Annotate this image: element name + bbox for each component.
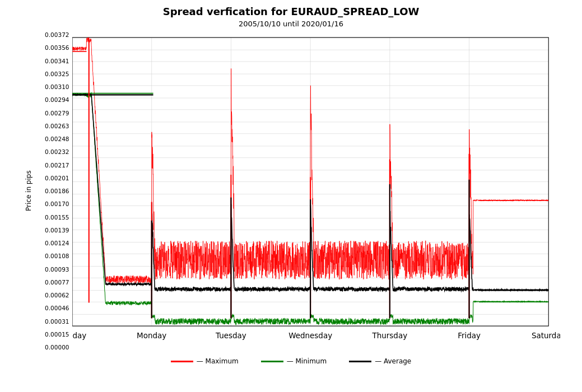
legend-label: — Average <box>375 357 411 365</box>
y-tick-label: 0.00062 <box>45 292 69 298</box>
legend-label: — Minimum <box>287 357 327 365</box>
y-tick-label: 0.00341 <box>45 58 69 64</box>
y-tick-label: 0.00263 <box>45 123 69 129</box>
legend-line <box>171 361 193 362</box>
chart-title: Spread verfication for EURAUD_SPREAD_LOW <box>163 6 420 17</box>
y-tick-label: 0.00232 <box>45 148 69 155</box>
y-tick-label: 0.00248 <box>45 136 69 142</box>
legend-line <box>349 361 371 362</box>
svg-text:Tuesday: Tuesday <box>215 331 246 340</box>
legend-item: — Maximum <box>171 357 239 365</box>
svg-text:Sunday: Sunday <box>72 331 86 340</box>
y-tick-label: 0.00279 <box>45 110 69 116</box>
y-tick-label: 0.00170 <box>45 200 69 207</box>
y-tick-label: 0.00000 <box>45 344 69 351</box>
chart-legend: — Maximum— Minimum— Average <box>171 357 411 365</box>
legend-line <box>261 361 283 362</box>
legend-label: — Maximum <box>197 357 239 365</box>
svg-text:Monday: Monday <box>137 331 166 340</box>
y-tick-label: 0.00155 <box>45 214 69 221</box>
chart-container: Spread verfication for EURAUD_SPREAD_LOW… <box>0 0 582 392</box>
y-axis-label: Price in pips <box>22 31 35 351</box>
y-tick-label: 0.00217 <box>45 162 69 169</box>
legend-item: — Minimum <box>261 357 327 365</box>
y-tick-label: 0.00108 <box>45 253 69 259</box>
svg-text:Saturday: Saturday <box>531 331 560 340</box>
legend-item: — Average <box>349 357 411 365</box>
chart-subtitle: 2005/10/10 until 2020/01/16 <box>239 20 343 28</box>
y-tick-label: 0.00294 <box>45 96 69 103</box>
y-tick-label: 0.00372 <box>45 31 69 38</box>
y-tick-label: 0.00186 <box>45 188 69 194</box>
chart-svg: SundayMondayTuesdayWednesdayThursdayFrid… <box>72 31 560 351</box>
svg-text:Wednesday: Wednesday <box>288 331 332 340</box>
svg-text:Friday: Friday <box>458 331 481 340</box>
y-tick-label: 0.00325 <box>45 71 69 77</box>
y-tick-label: 0.00139 <box>45 227 69 234</box>
chart-area: Price in pips 0.003720.003560.003410.003… <box>22 31 560 351</box>
y-tick-label: 0.00031 <box>45 318 69 325</box>
y-tick-label: 0.00077 <box>45 279 69 286</box>
y-ticks-area: 0.003720.003560.003410.003250.003100.002… <box>36 31 72 351</box>
y-tick-label: 0.00093 <box>45 266 69 273</box>
y-tick-label: 0.00015 <box>45 331 69 338</box>
y-tick-label: 0.00046 <box>45 305 69 311</box>
y-tick-label: 0.00201 <box>45 175 69 181</box>
y-tick-label: 0.00310 <box>45 83 69 90</box>
svg-text:Thursday: Thursday <box>371 331 407 340</box>
y-tick-label: 0.00356 <box>45 44 69 51</box>
y-tick-label: 0.00124 <box>45 240 69 246</box>
